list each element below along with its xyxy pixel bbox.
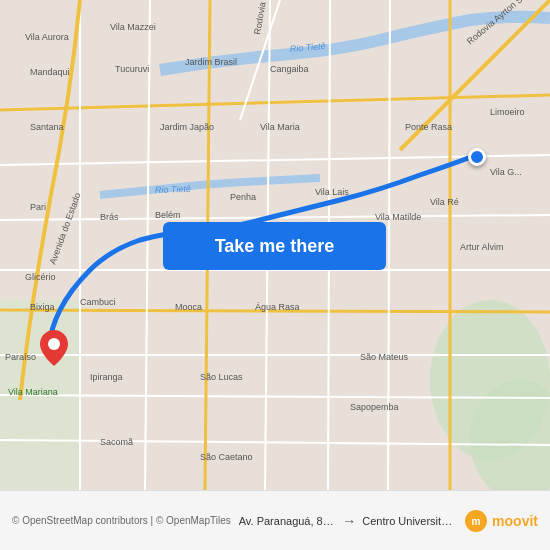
svg-text:Vila Matilde: Vila Matilde: [375, 212, 421, 222]
svg-text:Sapopemba: Sapopemba: [350, 402, 399, 412]
origin-text: Av. Paranaguá, 88 - Vila ...: [239, 515, 337, 527]
svg-text:Vila Aurora: Vila Aurora: [25, 32, 69, 42]
svg-text:Tucuruvi: Tucuruvi: [115, 64, 149, 74]
svg-text:Ipiranga: Ipiranga: [90, 372, 123, 382]
route-info: Av. Paranaguá, 88 - Vila ... → Centro Un…: [239, 513, 456, 529]
take-me-there-button[interactable]: Take me there: [163, 222, 386, 270]
svg-point-57: [48, 338, 60, 350]
svg-text:Vila G...: Vila G...: [490, 167, 522, 177]
svg-text:Rio Tietê: Rio Tietê: [155, 184, 191, 195]
svg-text:Cambuci: Cambuci: [80, 297, 116, 307]
svg-text:Vila Mazzei: Vila Mazzei: [110, 22, 156, 32]
svg-text:Brás: Brás: [100, 212, 119, 222]
svg-text:Ponte Rasa: Ponte Rasa: [405, 122, 452, 132]
svg-text:Vila Maria: Vila Maria: [260, 122, 300, 132]
svg-text:Santana: Santana: [30, 122, 64, 132]
svg-text:Mooca: Mooca: [175, 302, 202, 312]
arrow-icon: →: [342, 513, 356, 529]
svg-text:São Lucas: São Lucas: [200, 372, 243, 382]
moovit-logo: m moovit: [464, 509, 538, 533]
svg-text:Limoeiro: Limoeiro: [490, 107, 525, 117]
moovit-brand-text: moovit: [492, 513, 538, 529]
svg-text:Vila Ré: Vila Ré: [430, 197, 459, 207]
svg-text:Pari: Pari: [30, 202, 46, 212]
svg-text:Vila Mariana: Vila Mariana: [8, 387, 58, 397]
svg-text:Vila Lais: Vila Lais: [315, 187, 349, 197]
svg-text:Sacomã: Sacomã: [100, 437, 133, 447]
origin-pin: [40, 330, 68, 366]
svg-text:São Caetano: São Caetano: [200, 452, 253, 462]
map-container: Rio Tietê Rio Tietê Vila Aurora Vila: [0, 0, 550, 490]
svg-text:Mandaqui: Mandaqui: [30, 67, 70, 77]
svg-text:Jardim Japão: Jardim Japão: [160, 122, 214, 132]
svg-text:Penha: Penha: [230, 192, 256, 202]
moovit-icon: m: [464, 509, 488, 533]
svg-text:São Mateus: São Mateus: [360, 352, 409, 362]
footer: © OpenStreetMap contributors | © OpenMap…: [0, 490, 550, 550]
svg-text:Belém: Belém: [155, 210, 181, 220]
svg-text:Cangaiba: Cangaiba: [270, 64, 309, 74]
destination-text: Centro Universitário Bel...: [362, 515, 456, 527]
svg-text:Bixiga: Bixiga: [30, 302, 55, 312]
destination-pin: [468, 148, 486, 166]
svg-text:Água Rasa: Água Rasa: [255, 302, 300, 312]
svg-text:Glicério: Glicério: [25, 272, 56, 282]
svg-text:m: m: [472, 516, 481, 527]
attribution-text: © OpenStreetMap contributors | © OpenMap…: [12, 515, 231, 526]
svg-text:Jardim Brasil: Jardim Brasil: [185, 57, 237, 67]
svg-text:Artur Alvim: Artur Alvim: [460, 242, 504, 252]
svg-text:Paraíso: Paraíso: [5, 352, 36, 362]
